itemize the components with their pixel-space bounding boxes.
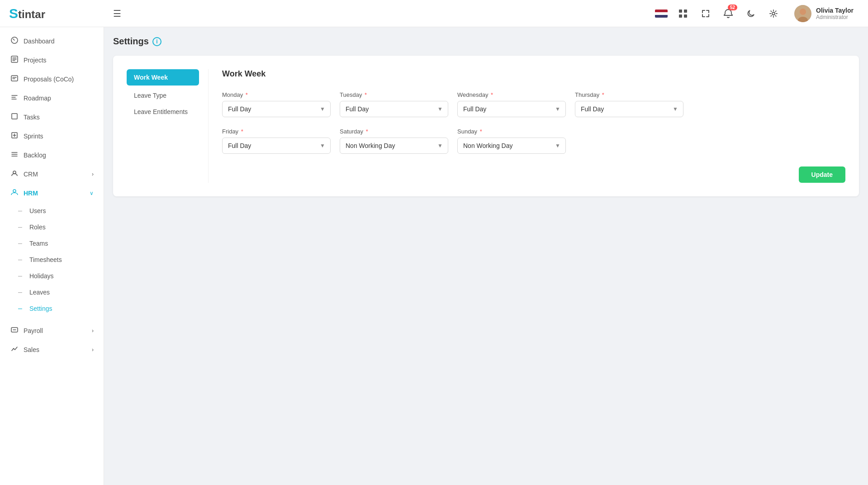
sidebar-label-teams: Teams bbox=[29, 240, 48, 247]
user-details: Olivia Taylor Administrator bbox=[816, 7, 854, 20]
sales-arrow-icon: › bbox=[92, 347, 94, 353]
sunday-select[interactable]: Full Day Half Day Non Working Day bbox=[457, 138, 566, 154]
friday-select[interactable]: Full Day Half Day Non Working Day bbox=[222, 138, 331, 154]
sidebar-label-payroll: Payroll bbox=[24, 327, 87, 334]
sidebar-item-sprints[interactable]: Sprints bbox=[0, 127, 104, 146]
info-icon[interactable]: i bbox=[152, 37, 161, 46]
sidebar-label-projects: Projects bbox=[24, 57, 94, 64]
tasks-icon bbox=[10, 113, 19, 122]
day-row-2: Friday * Full Day Half Day Non Working D… bbox=[222, 128, 845, 154]
sidebar-item-payroll[interactable]: Payroll › bbox=[0, 321, 104, 340]
tab-leave-entitlements[interactable]: Leave Entitlements bbox=[127, 104, 199, 120]
day-field-friday: Friday * Full Day Half Day Non Working D… bbox=[222, 128, 331, 154]
monday-required: * bbox=[244, 91, 248, 98]
sidebar-item-users[interactable]: – Users bbox=[0, 203, 104, 219]
roles-dash: – bbox=[18, 223, 22, 231]
update-row: Update bbox=[222, 166, 845, 183]
day-field-wednesday: Wednesday * Full Day Half Day Non Workin… bbox=[457, 91, 566, 117]
sidebar-item-holidays[interactable]: – Holidays bbox=[0, 268, 104, 284]
notification-icon[interactable]: 52 bbox=[721, 6, 735, 21]
monday-select-wrapper: Full Day Half Day Non Working Day ▼ bbox=[222, 101, 331, 117]
user-name: Olivia Taylor bbox=[816, 7, 854, 14]
page-header: Settings i bbox=[113, 36, 859, 47]
notification-count: 52 bbox=[728, 5, 737, 10]
wednesday-required: * bbox=[489, 91, 493, 98]
svg-rect-10 bbox=[11, 76, 18, 81]
tab-leave-type[interactable]: Leave Type bbox=[127, 87, 199, 104]
hrm-arrow-icon: ∨ bbox=[90, 190, 94, 196]
tab-work-week[interactable]: Work Week bbox=[127, 69, 199, 86]
sidebar-label-roles: Roles bbox=[29, 223, 46, 231]
language-flag[interactable] bbox=[655, 10, 668, 18]
saturday-select[interactable]: Full Day Half Day Non Working Day bbox=[340, 138, 448, 154]
thursday-label: Thursday * bbox=[575, 91, 683, 98]
sidebar-item-timesheets[interactable]: – Timesheets bbox=[0, 252, 104, 268]
sidebar-label-leaves: Leaves bbox=[29, 289, 50, 296]
main-content: Settings i Work Week Leave Type Leave En… bbox=[104, 27, 868, 485]
backlog-icon bbox=[10, 151, 19, 160]
sidebar-label-hrm: HRM bbox=[24, 190, 85, 197]
sprints-icon bbox=[10, 132, 19, 141]
day-field-sunday: Sunday * Full Day Half Day Non Working D… bbox=[457, 128, 566, 154]
teams-dash: – bbox=[18, 239, 22, 247]
thursday-select-wrapper: Full Day Half Day Non Working Day ▼ bbox=[575, 101, 683, 117]
dark-mode-icon[interactable] bbox=[744, 6, 758, 21]
user-profile[interactable]: Olivia Taylor Administrator bbox=[789, 3, 859, 24]
update-button[interactable]: Update bbox=[799, 166, 845, 183]
sidebar-item-projects[interactable]: Projects bbox=[0, 51, 104, 70]
day-field-thursday: Thursday * Full Day Half Day Non Working… bbox=[575, 91, 683, 117]
monday-select[interactable]: Full Day Half Day Non Working Day bbox=[222, 101, 331, 117]
sidebar-item-hrm[interactable]: HRM ∨ bbox=[0, 184, 104, 203]
page-title: Settings bbox=[113, 36, 149, 47]
sidebar-label-sales: Sales bbox=[24, 346, 87, 353]
sidebar-item-crm[interactable]: CRM › bbox=[0, 165, 104, 184]
user-role: Administrator bbox=[816, 14, 854, 20]
sidebar-item-tasks[interactable]: Tasks bbox=[0, 108, 104, 127]
saturday-required: * bbox=[364, 128, 368, 135]
tuesday-required: * bbox=[363, 91, 367, 98]
sidebar-label-sprints: Sprints bbox=[24, 133, 94, 140]
sidebar-label-proposals: Proposals (CoCo) bbox=[24, 76, 94, 83]
tuesday-label: Tuesday * bbox=[340, 91, 448, 98]
sidebar-item-dashboard[interactable]: Dashboard bbox=[0, 32, 104, 51]
sidebar-item-backlog[interactable]: Backlog bbox=[0, 146, 104, 165]
crm-arrow-icon: › bbox=[92, 171, 94, 177]
proposals-icon bbox=[10, 75, 19, 84]
users-dash: – bbox=[18, 207, 22, 215]
sidebar-label-timesheets: Timesheets bbox=[29, 256, 62, 263]
sidebar: Dashboard Projects Proposals (CoCo) Road… bbox=[0, 27, 104, 485]
projects-icon bbox=[10, 56, 19, 65]
sidebar-item-roles[interactable]: – Roles bbox=[0, 219, 104, 235]
monday-label: Monday * bbox=[222, 91, 331, 98]
hamburger-menu[interactable]: ☰ bbox=[113, 8, 121, 19]
fullscreen-icon[interactable] bbox=[698, 6, 713, 21]
settings-icon[interactable] bbox=[766, 6, 781, 21]
sidebar-label-crm: CRM bbox=[24, 171, 87, 178]
apps-icon[interactable] bbox=[676, 6, 690, 21]
svg-point-13 bbox=[13, 171, 16, 174]
friday-select-wrapper: Full Day Half Day Non Working Day ▼ bbox=[222, 138, 331, 154]
sunday-required: * bbox=[478, 128, 482, 135]
settings-layout: Work Week Leave Type Leave Entitlements … bbox=[127, 69, 845, 183]
crm-icon bbox=[10, 170, 19, 179]
work-week-grid: Monday * Full Day Half Day Non Working D… bbox=[222, 91, 845, 154]
timesheets-dash: – bbox=[18, 256, 22, 264]
tuesday-select-wrapper: Full Day Half Day Non Working Day ▼ bbox=[340, 101, 448, 117]
thursday-select[interactable]: Full Day Half Day Non Working Day bbox=[575, 101, 683, 117]
sidebar-item-proposals[interactable]: Proposals (CoCo) bbox=[0, 70, 104, 89]
tuesday-select[interactable]: Full Day Half Day Non Working Day bbox=[340, 101, 448, 117]
sidebar-label-backlog: Backlog bbox=[24, 152, 94, 159]
sidebar-item-settings[interactable]: – Settings bbox=[0, 300, 104, 317]
sidebar-item-leaves[interactable]: – Leaves bbox=[0, 284, 104, 300]
friday-label: Friday * bbox=[222, 128, 331, 135]
svg-point-6 bbox=[800, 9, 806, 15]
sidebar-label-settings: Settings bbox=[29, 305, 52, 312]
wednesday-select[interactable]: Full Day Half Day Non Working Day bbox=[457, 101, 566, 117]
day-field-monday: Monday * Full Day Half Day Non Working D… bbox=[222, 91, 331, 117]
sales-icon bbox=[10, 345, 19, 354]
sidebar-item-teams[interactable]: – Teams bbox=[0, 235, 104, 252]
avatar bbox=[794, 5, 811, 22]
sidebar-item-roadmap[interactable]: Roadmap bbox=[0, 89, 104, 108]
sidebar-item-sales[interactable]: Sales › bbox=[0, 340, 104, 359]
payroll-arrow-icon: › bbox=[92, 328, 94, 334]
